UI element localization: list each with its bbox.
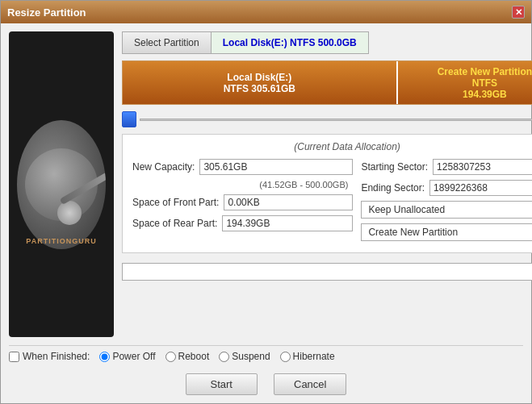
starting-sector-input[interactable]	[433, 159, 532, 175]
resize-partition-window: Resize Partition ✕ PARTITIONGURU Select …	[0, 0, 532, 404]
brand-label: PARTITIONGURU	[13, 237, 110, 245]
data-section: (Current Data Allocation) New Capacity: …	[122, 134, 532, 253]
space-front-label: Space of Front Part:	[132, 197, 219, 208]
partition-right-line3: 194.39GB	[463, 89, 507, 100]
fields-left-col: New Capacity: (41.52GB - 500.00GB) Space…	[132, 159, 353, 246]
partition-left-line1: Local Disk(E:)	[227, 72, 291, 83]
space-front-select[interactable]: Keep Unallocated	[361, 201, 532, 219]
new-capacity-input[interactable]	[199, 159, 353, 175]
progress-bar	[122, 263, 532, 281]
space-front-input[interactable]	[224, 194, 353, 210]
main-content: PARTITIONGURU Select Partition Local Dis…	[1, 23, 531, 345]
partition-right-line1: Create New Partition	[438, 66, 532, 77]
starting-sector-label: Starting Sector:	[361, 161, 428, 173]
when-finished-row: When Finished: Power Off Reboot Suspend …	[9, 346, 523, 367]
partition-bar-right: Create New Partition NTFS 194.39GB	[398, 61, 532, 104]
reboot-radio[interactable]	[165, 352, 176, 362]
slider-thumb[interactable]	[122, 111, 136, 127]
when-finished-checkbox-label[interactable]: When Finished:	[9, 351, 90, 362]
reboot-label: Reboot	[178, 351, 210, 362]
power-off-radio-label[interactable]: Power Off	[99, 351, 155, 362]
hibernate-label: Hibernate	[293, 351, 335, 362]
slider-row	[122, 111, 532, 127]
title-bar: Resize Partition ✕	[1, 1, 531, 23]
ending-sector-label: Ending Sector:	[361, 182, 425, 194]
when-finished-label: When Finished:	[23, 351, 90, 362]
when-finished-checkbox[interactable]	[9, 352, 19, 362]
slider-track[interactable]	[140, 119, 532, 121]
suspend-radio[interactable]	[219, 352, 229, 362]
space-rear-input[interactable]	[222, 215, 353, 231]
buttons-row: Start Cancel	[9, 373, 523, 395]
hibernate-radio-label[interactable]: Hibernate	[280, 351, 335, 362]
create-partition-row: Create New Partition	[361, 223, 532, 241]
partition-left-line2: NTFS 305.61GB	[224, 83, 295, 94]
bottom-section: When Finished: Power Off Reboot Suspend …	[1, 346, 531, 403]
new-capacity-row: New Capacity:	[132, 159, 353, 175]
cancel-button[interactable]: Cancel	[274, 373, 346, 395]
suspend-label: Suspend	[232, 351, 270, 362]
space-rear-label: Space of Rear Part:	[132, 218, 217, 229]
power-off-radio[interactable]	[99, 352, 110, 362]
fields-right-col: Starting Sector: Ending Sector: Keep Una…	[361, 159, 532, 246]
right-panel: Select Partition Local Disk(E:) NTFS 500…	[122, 31, 532, 337]
space-rear-select[interactable]: Create New Partition	[361, 223, 532, 241]
select-partition-button[interactable]: Select Partition	[122, 31, 211, 54]
new-capacity-label: New Capacity:	[132, 161, 195, 173]
keep-unallocated-row: Keep Unallocated	[361, 201, 532, 219]
window-title: Resize Partition	[7, 6, 86, 19]
partition-bars: Local Disk(E:) NTFS 305.61GB Create New …	[122, 60, 532, 105]
close-button[interactable]: ✕	[512, 6, 525, 19]
space-front-row: Space of Front Part:	[132, 194, 353, 210]
hdd-panel: PARTITIONGURU	[9, 31, 114, 337]
starting-sector-row: Starting Sector:	[361, 159, 532, 175]
hibernate-radio[interactable]	[280, 352, 291, 362]
hdd-platter-inner	[57, 201, 82, 225]
hdd-body	[17, 120, 106, 249]
capacity-range: (41.52GB - 500.00GB)	[132, 180, 353, 190]
ending-sector-input[interactable]	[429, 180, 532, 196]
power-off-label: Power Off	[112, 351, 155, 362]
suspend-radio-label[interactable]: Suspend	[219, 351, 270, 362]
partition-right-line2: NTFS	[472, 77, 497, 89]
fields-row: New Capacity: (41.52GB - 500.00GB) Space…	[132, 159, 532, 246]
top-bar: Select Partition Local Disk(E:) NTFS 500…	[122, 31, 532, 54]
partition-info-label: Local Disk(E:) NTFS 500.0GB	[211, 31, 369, 54]
ending-sector-row: Ending Sector:	[361, 180, 532, 196]
reboot-radio-label[interactable]: Reboot	[165, 351, 210, 362]
hdd-image: PARTITIONGURU	[13, 112, 110, 257]
current-alloc-label: (Current Data Allocation)	[132, 141, 532, 152]
start-button[interactable]: Start	[186, 373, 258, 395]
space-rear-row: Space of Rear Part:	[132, 215, 353, 231]
partition-bar-left: Local Disk(E:) NTFS 305.61GB	[123, 61, 398, 104]
